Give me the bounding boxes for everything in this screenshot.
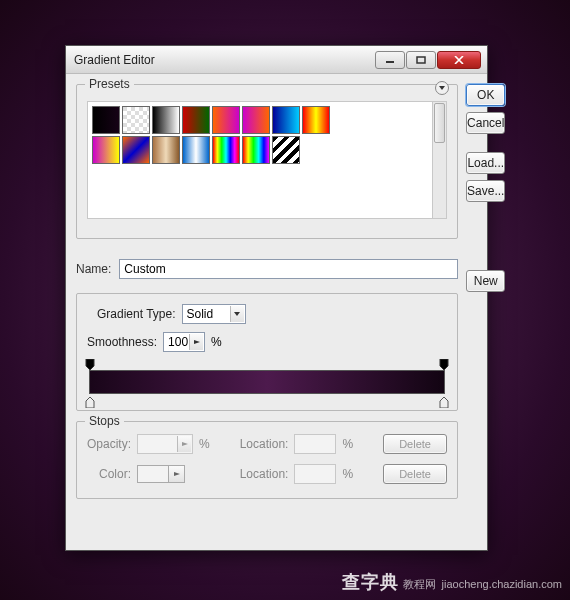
name-input[interactable] — [119, 259, 458, 279]
gradient-bar[interactable] — [89, 370, 445, 394]
preset-swatch[interactable] — [182, 106, 210, 134]
smoothness-stepper[interactable] — [189, 334, 203, 350]
svg-rect-0 — [386, 61, 394, 63]
cancel-button[interactable]: Cancel — [466, 112, 505, 134]
opacity-stepper[interactable] — [177, 436, 191, 452]
opacity-stop-left[interactable] — [84, 359, 96, 371]
presets-menu-button[interactable] — [435, 81, 449, 95]
presets-fieldset: Presets — [76, 84, 458, 239]
preset-swatch[interactable] — [152, 136, 180, 164]
stops-fieldset: Stops Opacity: % Location: % Delete Colo… — [76, 421, 458, 499]
preset-swatch[interactable] — [122, 136, 150, 164]
presets-scrollbar[interactable] — [433, 101, 447, 219]
preset-swatch[interactable] — [302, 106, 330, 134]
new-button[interactable]: New — [466, 270, 505, 292]
opacity-stop-right[interactable] — [438, 359, 450, 371]
minimize-button[interactable] — [375, 51, 405, 69]
opacity-location-pct: % — [342, 437, 353, 451]
close-button[interactable] — [437, 51, 481, 69]
color-stop-right[interactable] — [438, 396, 450, 408]
opacity-pct: % — [199, 437, 210, 451]
preset-swatch[interactable] — [272, 106, 300, 134]
color-picker-arrow[interactable] — [169, 465, 185, 483]
gradient-editor-dialog: Gradient Editor Presets Name: — [65, 45, 488, 551]
load-button[interactable]: Load... — [466, 152, 505, 174]
smoothness-label: Smoothness: — [87, 335, 157, 349]
opacity-location-input[interactable] — [294, 434, 336, 454]
color-location-label: Location: — [240, 467, 289, 481]
chevron-down-icon[interactable] — [230, 306, 244, 322]
delete-color-stop-button[interactable]: Delete — [383, 464, 447, 484]
svg-rect-1 — [417, 57, 425, 63]
delete-opacity-stop-button[interactable]: Delete — [383, 434, 447, 454]
preset-swatch[interactable] — [242, 136, 270, 164]
preset-swatch[interactable] — [212, 106, 240, 134]
color-swatch[interactable] — [137, 465, 169, 483]
color-location-input[interactable] — [294, 464, 336, 484]
watermark: 查字典 教程网 jiaocheng.chazidian.com — [342, 570, 562, 594]
gradient-bar-area — [87, 360, 447, 408]
presets-label: Presets — [85, 77, 134, 91]
stops-label: Stops — [85, 414, 124, 428]
maximize-button[interactable] — [406, 51, 436, 69]
smoothness-suffix: % — [211, 335, 222, 349]
preset-swatch[interactable] — [182, 136, 210, 164]
ok-button[interactable]: OK — [466, 84, 505, 106]
preset-swatch[interactable] — [272, 136, 300, 164]
color-row-label: Color: — [99, 467, 131, 481]
preset-swatch[interactable] — [92, 136, 120, 164]
preset-swatch[interactable] — [242, 106, 270, 134]
preset-swatch[interactable] — [92, 106, 120, 134]
color-stop-left[interactable] — [84, 396, 96, 408]
save-button[interactable]: Save... — [466, 180, 505, 202]
preset-swatch[interactable] — [122, 106, 150, 134]
color-well[interactable] — [137, 465, 193, 483]
window-title: Gradient Editor — [74, 53, 375, 67]
opacity-row-label: Opacity: — [87, 437, 131, 451]
color-location-pct: % — [342, 467, 353, 481]
preset-swatch[interactable] — [212, 136, 240, 164]
gradient-type-label: Gradient Type: — [97, 307, 176, 321]
scrollbar-thumb[interactable] — [434, 103, 445, 143]
preset-swatch[interactable] — [152, 106, 180, 134]
titlebar[interactable]: Gradient Editor — [66, 46, 487, 74]
opacity-location-label: Location: — [240, 437, 289, 451]
name-label: Name: — [76, 262, 111, 276]
gradient-section: Gradient Type: Smoothness: % — [76, 293, 458, 411]
presets-grid — [87, 101, 433, 219]
